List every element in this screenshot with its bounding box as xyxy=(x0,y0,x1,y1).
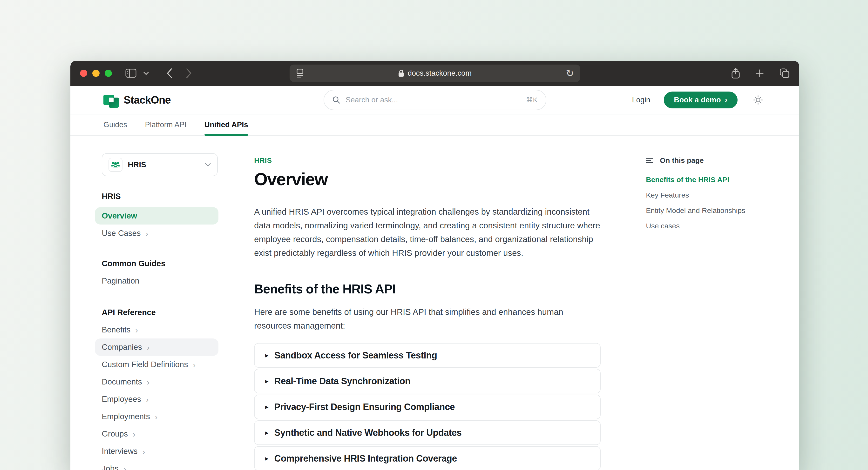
sidebar-item-custom-field-definitions[interactable]: Custom Field Definitions › xyxy=(95,356,218,373)
benefits-accordion: ▸ Sandbox Access for Seamless Testing ▸ … xyxy=(254,343,600,470)
product-switcher-label: HRIS xyxy=(128,160,199,169)
chevron-right-icon: › xyxy=(123,465,126,470)
chevron-right-icon: › xyxy=(143,447,145,456)
site-header: StackOne Search or ask... ⌘K Login Book … xyxy=(70,86,799,114)
caret-right-icon: ▸ xyxy=(265,378,269,384)
sidebar-item-groups[interactable]: Groups › xyxy=(95,425,218,442)
sidebar-item-employees[interactable]: Employees › xyxy=(95,391,218,408)
toc-list-icon xyxy=(646,157,655,164)
page-eyebrow: HRIS xyxy=(254,156,272,165)
chevron-right-icon: › xyxy=(145,229,148,238)
chevron-right-icon: › xyxy=(135,326,138,334)
search-shortcut: ⌘K xyxy=(526,96,537,104)
accordion-item-privacy[interactable]: ▸ Privacy-First Design Ensuring Complian… xyxy=(254,395,600,419)
toc-link-use-cases[interactable]: Use cases xyxy=(646,218,781,234)
team-icon xyxy=(111,161,120,168)
search-input[interactable]: Search or ask... ⌘K xyxy=(323,90,546,110)
chevron-right-icon: › xyxy=(147,343,150,351)
chevron-right-icon: › xyxy=(146,395,149,404)
sidebar-section-common-guides: Common Guides xyxy=(95,255,218,272)
sidebar-item-overview[interactable]: Overview xyxy=(95,207,218,225)
forward-button[interactable] xyxy=(186,68,192,78)
sidebar-item-pagination[interactable]: Pagination xyxy=(95,272,218,290)
new-tab-icon[interactable] xyxy=(755,69,764,77)
search-icon xyxy=(332,96,340,104)
divider xyxy=(156,68,156,78)
sidebar-item-benefits[interactable]: Benefits › xyxy=(95,321,218,338)
tab-unified-apis[interactable]: Unified APIs xyxy=(205,114,248,135)
stackone-logo-icon xyxy=(103,92,119,108)
tab-platform-api[interactable]: Platform API xyxy=(145,114,186,135)
page-title: Overview xyxy=(254,169,328,189)
sidebar-item-employments[interactable]: Employments › xyxy=(95,408,218,425)
toc-link-key-features[interactable]: Key Features xyxy=(646,188,781,203)
sidebar-nav: HRIS Overview Use Cases › Common Guides … xyxy=(95,188,218,470)
section-heading: Benefits of the HRIS API xyxy=(254,281,396,296)
tab-guides[interactable]: Guides xyxy=(103,114,127,135)
hris-product-iconbox xyxy=(108,158,123,172)
toc-link-entity-model[interactable]: Entity Model and Relationships xyxy=(646,203,781,218)
chevron-right-icon: › xyxy=(725,95,727,104)
browser-titlebar: docs.stackone.com ↻ xyxy=(70,61,799,86)
minimize-window-button[interactable] xyxy=(92,70,100,77)
caret-right-icon: ▸ xyxy=(265,455,269,462)
reload-icon[interactable]: ↻ xyxy=(566,68,574,78)
section-intro: Here are some benefits of using our HRIS… xyxy=(254,305,600,332)
lock-icon xyxy=(398,69,404,77)
sidebar-item-jobs[interactable]: Jobs › xyxy=(95,460,218,470)
product-switcher-dropdown[interactable]: HRIS xyxy=(102,153,218,176)
login-link[interactable]: Login xyxy=(632,96,650,104)
sidebar-section-api-reference: API Reference xyxy=(95,304,218,321)
caret-right-icon: ▸ xyxy=(265,404,269,410)
accordion-item-coverage[interactable]: ▸ Comprehensive HRIS Integration Coverag… xyxy=(254,446,600,470)
intro-paragraph: A unified HRIS API overcomes typical int… xyxy=(254,205,600,260)
back-button[interactable] xyxy=(166,68,173,78)
share-icon[interactable] xyxy=(731,68,740,79)
sidebar-item-companies[interactable]: Companies › xyxy=(95,338,218,356)
caret-right-icon: ▸ xyxy=(265,430,269,436)
sidebar-item-interviews[interactable]: Interviews › xyxy=(95,442,218,460)
address-bar[interactable]: docs.stackone.com ↻ xyxy=(289,65,580,82)
sidebar-item-use-cases[interactable]: Use Cases › xyxy=(95,225,218,242)
close-window-button[interactable] xyxy=(80,70,87,77)
sidebar-chevron-down-icon[interactable] xyxy=(143,71,149,75)
chevron-right-icon: › xyxy=(133,430,135,438)
caret-right-icon: ▸ xyxy=(265,352,269,359)
zoom-window-button[interactable] xyxy=(105,70,112,77)
stackone-logo-text: StackOne xyxy=(124,94,171,106)
sidebar: HRIS HRIS Overview Use Cases › Common Gu… xyxy=(95,136,218,470)
book-demo-button[interactable]: Book a demo › xyxy=(664,92,738,108)
chevron-right-icon: › xyxy=(155,413,157,421)
sidebar-toggle-icon[interactable] xyxy=(125,69,136,78)
browser-window: docs.stackone.com ↻ xyxy=(70,61,799,470)
search-placeholder: Search or ask... xyxy=(346,96,521,104)
url-text: docs.stackone.com xyxy=(408,69,472,77)
sidebar-section-hris: HRIS xyxy=(95,188,218,205)
chevron-down-icon xyxy=(205,163,211,167)
chevron-right-icon: › xyxy=(147,378,150,386)
stackone-logo[interactable]: StackOne xyxy=(103,92,171,108)
accordion-item-realtime[interactable]: ▸ Real-Time Data Synchronization xyxy=(254,369,600,393)
primary-nav: Guides Platform API Unified APIs xyxy=(70,114,799,136)
chevron-right-icon: › xyxy=(193,361,195,369)
sidebar-item-documents[interactable]: Documents › xyxy=(95,373,218,391)
accordion-item-sandbox[interactable]: ▸ Sandbox Access for Seamless Testing xyxy=(254,343,600,368)
tab-overview-icon[interactable] xyxy=(779,68,789,78)
window-controls xyxy=(80,70,112,77)
accordion-item-webhooks[interactable]: ▸ Synthetic and Native Webhooks for Upda… xyxy=(254,421,600,445)
theme-toggle-icon[interactable] xyxy=(753,95,763,105)
main-content: HRIS Overview A unified HRIS API overcom… xyxy=(254,136,600,470)
toc-title: On this page xyxy=(660,156,704,165)
toc-link-benefits[interactable]: Benefits of the HRIS API xyxy=(646,172,781,188)
